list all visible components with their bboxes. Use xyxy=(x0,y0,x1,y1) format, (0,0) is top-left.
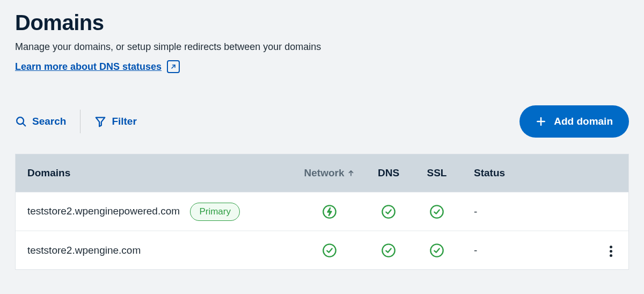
bolt-circle-icon xyxy=(322,204,337,219)
check-circle-icon xyxy=(429,204,444,219)
learn-more-label: Learn more about DNS statuses xyxy=(15,61,162,73)
external-link-icon xyxy=(167,60,180,73)
search-icon xyxy=(15,116,27,127)
filter-label: Filter xyxy=(112,116,136,127)
table-row: teststore2.wpenginepowered.com Primary - xyxy=(16,192,628,231)
filter-button[interactable]: Filter xyxy=(94,116,136,127)
svg-point-10 xyxy=(323,244,335,256)
add-domain-label: Add domain xyxy=(554,116,613,127)
check-circle-icon xyxy=(381,243,396,258)
toolbar-divider xyxy=(80,110,80,133)
svg-point-11 xyxy=(382,244,394,256)
column-header-status[interactable]: Status xyxy=(461,167,536,179)
table-row: teststore2.wpengine.com - xyxy=(16,231,628,269)
column-header-network[interactable]: Network xyxy=(295,167,364,179)
filter-icon xyxy=(94,116,106,127)
plus-icon xyxy=(536,116,546,127)
check-circle-icon xyxy=(429,243,444,258)
domain-name[interactable]: teststore2.wpenginepowered.com xyxy=(27,205,180,217)
status-cell: - xyxy=(461,245,536,256)
column-header-domains[interactable]: Domains xyxy=(16,167,295,179)
row-actions-menu[interactable] xyxy=(605,241,617,261)
svg-line-2 xyxy=(23,123,25,126)
svg-point-9 xyxy=(430,205,443,218)
column-header-network-label: Network xyxy=(304,167,345,179)
table-header-row: Domains Network DNS SSL Status xyxy=(16,154,628,192)
learn-more-link[interactable]: Learn more about DNS statuses xyxy=(15,60,180,73)
page-subtitle: Manage your domains, or setup simple red… xyxy=(15,41,629,53)
column-header-dns[interactable]: DNS xyxy=(364,167,413,179)
status-cell: - xyxy=(461,206,536,218)
domains-table: Domains Network DNS SSL Status teststore… xyxy=(15,154,629,270)
search-button[interactable]: Search xyxy=(15,116,66,127)
sort-arrow-up-icon xyxy=(347,169,355,177)
check-circle-icon xyxy=(322,243,337,258)
domain-name[interactable]: teststore2.wpengine.com xyxy=(27,245,141,256)
svg-point-12 xyxy=(430,244,443,256)
check-circle-icon xyxy=(381,204,396,219)
svg-line-0 xyxy=(172,65,175,68)
page-title: Domains xyxy=(15,11,629,35)
svg-point-8 xyxy=(382,205,394,218)
add-domain-button[interactable]: Add domain xyxy=(519,105,629,138)
search-label: Search xyxy=(32,116,66,127)
primary-badge: Primary xyxy=(190,203,240,221)
svg-marker-3 xyxy=(96,118,105,127)
column-header-ssl[interactable]: SSL xyxy=(413,167,461,179)
